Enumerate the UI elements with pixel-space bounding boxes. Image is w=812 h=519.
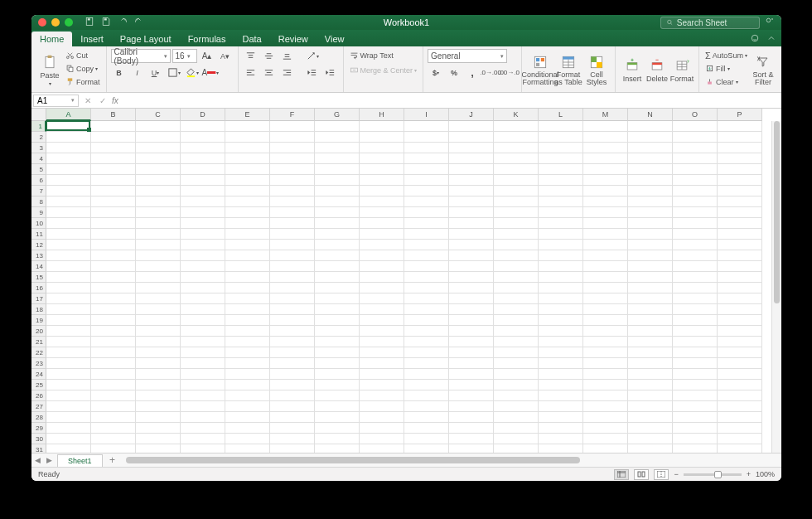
- increase-indent-button[interactable]: [322, 65, 339, 80]
- cell[interactable]: [539, 337, 583, 347]
- cell[interactable]: [46, 272, 91, 283]
- row-header-24[interactable]: 24: [31, 369, 46, 380]
- cell[interactable]: [583, 293, 628, 304]
- decrease-font-button[interactable]: A▾: [217, 49, 234, 63]
- cell[interactable]: [181, 401, 225, 412]
- cell[interactable]: [449, 196, 494, 207]
- cell[interactable]: [494, 412, 539, 423]
- cell[interactable]: [225, 272, 270, 283]
- cell[interactable]: [494, 132, 539, 143]
- cell[interactable]: [628, 153, 673, 164]
- cell[interactable]: [718, 153, 762, 164]
- cell[interactable]: [181, 347, 225, 358]
- cell[interactable]: [539, 196, 583, 207]
- cell[interactable]: [91, 272, 136, 283]
- cell[interactable]: [181, 207, 225, 218]
- close-window-button[interactable]: [38, 18, 46, 27]
- cell[interactable]: [583, 175, 628, 186]
- cell[interactable]: [136, 358, 181, 369]
- cell[interactable]: [181, 304, 225, 315]
- row-header-12[interactable]: 12: [31, 240, 46, 250]
- feedback-icon[interactable]: [750, 33, 760, 45]
- cell[interactable]: [404, 423, 449, 434]
- cell[interactable]: [718, 423, 762, 434]
- cell[interactable]: [181, 261, 225, 272]
- tab-formulas[interactable]: Formulas: [180, 32, 234, 46]
- cell[interactable]: [91, 390, 136, 401]
- cell[interactable]: [628, 132, 673, 143]
- cell[interactable]: [673, 240, 718, 250]
- cell[interactable]: [46, 121, 91, 132]
- cell[interactable]: [360, 218, 404, 229]
- cell[interactable]: [270, 434, 315, 444]
- cell[interactable]: [673, 444, 718, 453]
- cell[interactable]: [181, 240, 225, 250]
- cell[interactable]: [181, 283, 225, 293]
- cell[interactable]: [225, 164, 270, 175]
- cell[interactable]: [91, 218, 136, 229]
- cell[interactable]: [449, 186, 494, 196]
- cell[interactable]: [315, 164, 360, 175]
- cell[interactable]: [181, 380, 225, 390]
- cell[interactable]: [315, 347, 360, 358]
- cell[interactable]: [404, 401, 449, 412]
- share-icon[interactable]: [765, 17, 775, 28]
- cell[interactable]: [628, 121, 673, 132]
- cell[interactable]: [718, 326, 762, 337]
- cell[interactable]: [673, 283, 718, 293]
- percent-format-button[interactable]: %: [446, 65, 462, 80]
- cell[interactable]: [225, 250, 270, 261]
- cell[interactable]: [270, 369, 315, 380]
- cell[interactable]: [225, 423, 270, 434]
- cell[interactable]: [360, 196, 404, 207]
- cell[interactable]: [494, 164, 539, 175]
- cell[interactable]: [628, 423, 673, 434]
- cell[interactable]: [225, 315, 270, 326]
- cell[interactable]: [628, 326, 673, 337]
- cell[interactable]: [225, 261, 270, 272]
- cell[interactable]: [225, 337, 270, 347]
- cell[interactable]: [136, 337, 181, 347]
- cell[interactable]: [494, 175, 539, 186]
- cell[interactable]: [673, 164, 718, 175]
- cell[interactable]: [315, 207, 360, 218]
- cell[interactable]: [315, 423, 360, 434]
- align-bottom-button[interactable]: [279, 49, 296, 63]
- cell[interactable]: [270, 283, 315, 293]
- cell[interactable]: [673, 121, 718, 132]
- zoom-slider-thumb[interactable]: [714, 471, 722, 478]
- cell[interactable]: [673, 132, 718, 143]
- cell[interactable]: [718, 186, 762, 196]
- cell[interactable]: [583, 132, 628, 143]
- row-header-4[interactable]: 4: [31, 153, 46, 164]
- row-header-9[interactable]: 9: [31, 207, 46, 218]
- row-header-15[interactable]: 15: [31, 272, 46, 283]
- cell[interactable]: [315, 175, 360, 186]
- align-middle-button[interactable]: [261, 49, 278, 63]
- cell[interactable]: [404, 444, 449, 453]
- cell[interactable]: [91, 153, 136, 164]
- cell[interactable]: [315, 272, 360, 283]
- cell[interactable]: [673, 412, 718, 423]
- cell[interactable]: [628, 337, 673, 347]
- cell[interactable]: [673, 143, 718, 153]
- cell[interactable]: [539, 380, 583, 390]
- zoom-slider[interactable]: [684, 473, 742, 476]
- cell[interactable]: [91, 121, 136, 132]
- cell[interactable]: [315, 250, 360, 261]
- cell[interactable]: [628, 207, 673, 218]
- cell[interactable]: [136, 283, 181, 293]
- cell[interactable]: [673, 186, 718, 196]
- cell[interactable]: [46, 196, 91, 207]
- cell[interactable]: [673, 390, 718, 401]
- cell[interactable]: [718, 218, 762, 229]
- cell[interactable]: [315, 261, 360, 272]
- cell[interactable]: [539, 304, 583, 315]
- cell[interactable]: [718, 401, 762, 412]
- cell[interactable]: [673, 347, 718, 358]
- cell[interactable]: [583, 283, 628, 293]
- cell[interactable]: [360, 283, 404, 293]
- clear-button[interactable]: Clear▾: [703, 75, 749, 88]
- cell[interactable]: [494, 293, 539, 304]
- add-sheet-button[interactable]: +: [106, 454, 119, 466]
